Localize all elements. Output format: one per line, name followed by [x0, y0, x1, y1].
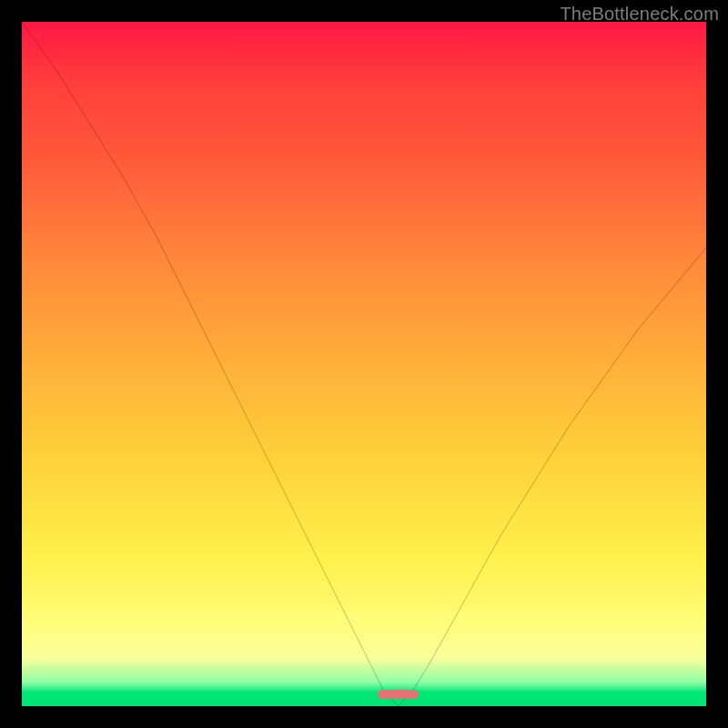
plot-area [22, 22, 706, 706]
optimal-range-marker [378, 690, 419, 699]
chart-frame: TheBottleneck.com [0, 0, 728, 728]
bottleneck-curve [22, 22, 706, 706]
watermark-text: TheBottleneck.com [560, 4, 719, 25]
